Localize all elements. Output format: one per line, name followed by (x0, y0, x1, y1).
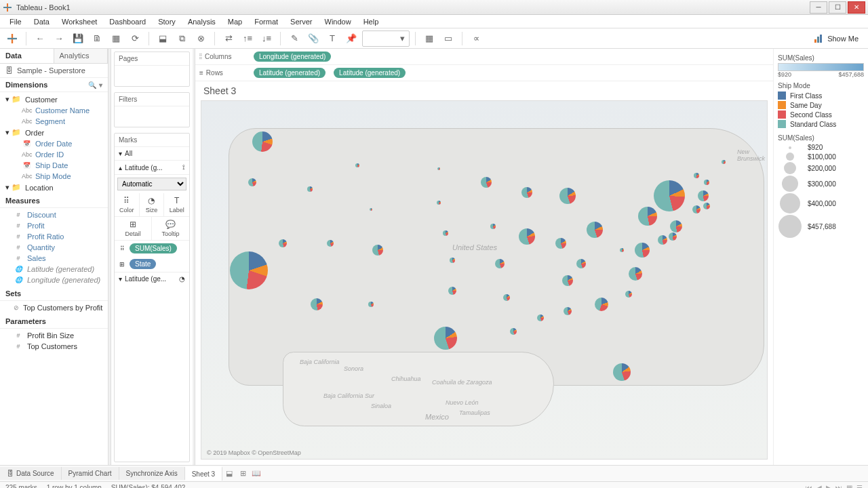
menu-worksheet[interactable]: Worksheet (56, 16, 102, 27)
map-pie-mark[interactable] (437, 201, 441, 205)
new-sheet-button[interactable]: ⬓ (222, 469, 236, 478)
map-pie-mark[interactable] (658, 235, 667, 245)
sort-desc-button[interactable]: ↓≡ (258, 30, 275, 47)
map-pie-mark[interactable] (704, 180, 709, 185)
map-pie-mark[interactable] (230, 251, 268, 289)
map-pie-mark[interactable] (355, 163, 359, 167)
menu-map[interactable]: Map (222, 16, 248, 27)
map-pie-mark[interactable] (450, 258, 455, 263)
menu-format[interactable]: Format (249, 16, 283, 27)
map-pie-mark[interactable] (311, 298, 323, 310)
columns-shelf[interactable]: ⦙⦙Columns Longitude (generated) (195, 49, 773, 65)
map-pie-mark[interactable] (370, 208, 372, 211)
group-button[interactable]: 📎 (305, 30, 321, 47)
swap-button[interactable]: ⇄ (220, 30, 237, 47)
parameter-item[interactable]: #Profit Bin Size (0, 330, 108, 341)
folder-location[interactable]: ▾ 📁 Location (0, 182, 108, 193)
label-button[interactable]: T (324, 30, 340, 47)
undo-button[interactable]: ← (32, 30, 48, 47)
legend-item[interactable]: First Class (778, 91, 864, 100)
sheet-title[interactable]: Sheet 3 (195, 81, 773, 100)
detail-shelf[interactable]: ⊞Detail (115, 217, 152, 240)
map-pie-mark[interactable] (519, 228, 535, 245)
maximize-button[interactable]: ☐ (829, 1, 846, 14)
map-pie-mark[interactable] (443, 230, 448, 236)
map-pie-mark[interactable] (669, 232, 677, 241)
measure-quantity[interactable]: #Quantity (0, 242, 108, 253)
search-icon[interactable]: 🔍 (88, 81, 96, 89)
field-order-date[interactable]: 📅Order Date (0, 138, 108, 149)
set-item[interactable]: ⊘Top Customers by Profit (0, 302, 108, 313)
highlight-button[interactable]: ✎ (286, 30, 302, 47)
clear-button[interactable]: ⊗ (193, 30, 209, 47)
map-pie-mark[interactable] (503, 294, 510, 301)
nav-last-icon[interactable]: ⏭ (835, 484, 842, 488)
measure-longitude-generated-[interactable]: 🌐Longitude (generated) (0, 274, 108, 285)
cards-button[interactable]: ▦ (421, 30, 437, 47)
pill-longitude[interactable]: Longitude (generated) (254, 52, 331, 62)
map-pie-mark[interactable] (448, 287, 456, 295)
tableau-icon[interactable] (4, 30, 20, 47)
map-pie-mark[interactable] (692, 205, 701, 214)
map-pie-mark[interactable] (635, 243, 650, 258)
menu-dashboard[interactable]: Dashboard (104, 16, 151, 27)
map-pie-mark[interactable] (562, 275, 573, 286)
menu-analysis[interactable]: Analysis (182, 16, 221, 27)
map-pie-mark[interactable] (629, 267, 642, 281)
map-pie-mark[interactable] (521, 187, 532, 198)
duplicate-button[interactable]: ⧉ (174, 30, 190, 47)
map-pie-mark[interactable] (372, 245, 383, 256)
share-button[interactable]: ∝ (468, 30, 484, 47)
tab-analytics[interactable]: Analytics (54, 49, 108, 63)
map-pie-mark[interactable] (481, 177, 492, 188)
map-pie-mark[interactable] (510, 328, 517, 335)
new-datasource-button[interactable]: 🗎 (89, 30, 105, 47)
measure-latitude-generated-[interactable]: 🌐Latitude (generated) (0, 264, 108, 274)
map-pie-mark[interactable] (698, 190, 709, 201)
menu-data[interactable]: Data (28, 16, 55, 27)
map-pie-mark[interactable] (327, 240, 334, 247)
parameter-item[interactable]: #Top Customers (0, 341, 108, 352)
legend-item[interactable]: Same Day (778, 100, 864, 110)
field-segment[interactable]: AbcSegment (0, 116, 108, 127)
menu-file[interactable]: File (4, 16, 27, 27)
menu-help[interactable]: Help (358, 16, 384, 27)
marks-layer1-row[interactable]: ▴Latitude (g...⟟ (115, 161, 189, 175)
auto-update-button[interactable]: ▦ (108, 30, 124, 47)
view-grid-icon[interactable]: ▦ (846, 484, 852, 488)
map-pie-mark[interactable] (613, 363, 631, 381)
tab-pyramid[interactable]: Pyramid Chart (62, 467, 119, 480)
pill-sum-sales[interactable]: SUM(Sales) (130, 243, 177, 253)
field-customer-name[interactable]: AbcCustomer Name (0, 105, 108, 116)
map-pie-mark[interactable] (654, 180, 685, 211)
new-story-button[interactable]: 📖 (250, 469, 263, 478)
field-ship-mode[interactable]: AbcShip Mode (0, 171, 108, 182)
label-shelf[interactable]: TLabel (164, 193, 189, 216)
sort-asc-button[interactable]: ↑≡ (239, 30, 256, 47)
presentation-button[interactable]: ▭ (440, 30, 456, 47)
legend-item[interactable]: Standard Class (778, 119, 864, 129)
map-pie-mark[interactable] (490, 224, 496, 229)
map-pie-mark[interactable] (279, 239, 287, 247)
map-pie-mark[interactable] (434, 327, 457, 350)
map-pie-mark[interactable] (587, 222, 603, 238)
tooltip-shelf[interactable]: 💬Tooltip (152, 217, 189, 240)
refresh-button[interactable]: ⟳ (127, 30, 143, 47)
measure-profit[interactable]: #Profit (0, 220, 108, 231)
menu-window[interactable]: Window (319, 16, 357, 27)
field-order-id[interactable]: AbcOrder ID (0, 149, 108, 160)
legend-item[interactable]: Second Class (778, 110, 864, 119)
pages-shelf[interactable]: Pages (114, 52, 190, 87)
map-pie-mark[interactable] (595, 298, 608, 311)
nav-next-icon[interactable]: ▶ (826, 484, 831, 488)
marks-all-row[interactable]: ▾All (115, 147, 189, 161)
datasource-item[interactable]: 🗄 Sample - Superstore (0, 64, 108, 78)
view-list-icon[interactable]: ☰ (856, 484, 863, 488)
nav-first-icon[interactable]: ⏮ (806, 484, 812, 488)
map-pie-mark[interactable] (722, 160, 726, 164)
map-pie-mark[interactable] (703, 203, 710, 209)
map-pie-mark[interactable] (620, 248, 624, 252)
map-pie-mark[interactable] (248, 178, 256, 186)
color-shelf[interactable]: ⠿Color (115, 193, 140, 216)
map-visualization[interactable]: United StatesMexicoNew BrunswickBaja Cal… (201, 100, 768, 460)
